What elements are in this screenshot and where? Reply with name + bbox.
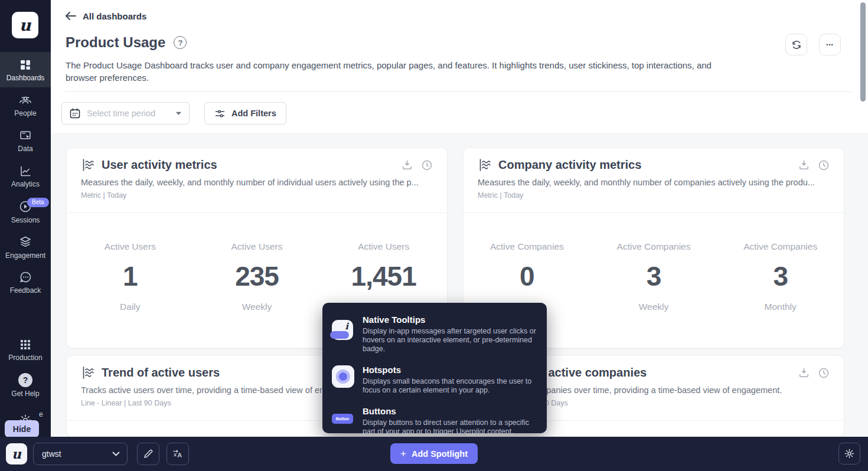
refresh-icon (791, 40, 802, 50)
metrics-row: Active Users 1 Daily Active Users 235 We… (67, 213, 447, 312)
beta-badge: Beta (27, 198, 49, 207)
sidebar-item-label: Dashboards (6, 74, 45, 81)
chevron-down-icon (112, 452, 120, 456)
metric-period: Weekly (639, 302, 669, 312)
metric-monthly-users: Active Users 1,451 Monthly (320, 241, 447, 312)
metric-period: Weekly (242, 302, 272, 312)
translate-icon: x A (172, 449, 184, 459)
add-filters-button[interactable]: Add Filters (204, 102, 286, 125)
back-to-all-dashboards[interactable]: All dashboards (65, 11, 146, 21)
spotlight-item-description: Display in-app messages after targeted u… (363, 327, 540, 354)
vertical-scrollbar[interactable] (860, 2, 866, 102)
more-options-button[interactable]: ••• (819, 34, 841, 55)
download-icon[interactable] (798, 159, 810, 171)
sidebar-item-analytics[interactable]: Analytics (0, 158, 51, 194)
refresh-button[interactable] (785, 34, 807, 55)
back-label: All dashboards (83, 11, 146, 21)
metric-value: 3 (773, 260, 788, 292)
sidebar-item-label: Feedback (10, 287, 41, 294)
metrics-row: Active Companies 0 Daily Active Companie… (464, 213, 844, 312)
time-period-select[interactable]: Select time period (61, 102, 190, 125)
metric-value: 235 (235, 260, 279, 292)
sidebar-item-label: Engagement (5, 252, 45, 259)
sidebar-item-people[interactable]: People (0, 87, 51, 123)
builder-settings-button[interactable] (838, 443, 860, 465)
page-title-row: Product Usage ? (66, 34, 187, 51)
ellipsis-icon: ••• (826, 42, 833, 48)
feedback-icon (19, 270, 32, 284)
environment-select[interactable]: gtwst (33, 443, 128, 465)
spotlight-item-title: Hotspots (363, 362, 540, 375)
engagement-icon (18, 235, 32, 249)
page-description: The Product Usage Dashboard tracks user … (66, 59, 736, 84)
calendar-icon (69, 107, 81, 119)
sidebar-item-sessions[interactable]: Beta Sessions (0, 194, 51, 229)
metric-chart-icon (81, 365, 96, 380)
sidebar-item-label: Production (8, 354, 42, 361)
metric-period: Monthly (765, 302, 797, 312)
sidebar-item-engagement[interactable]: Engagement (0, 229, 51, 264)
sidebar-item-dashboards[interactable]: Dashboards (0, 52, 51, 87)
userpilot-logo[interactable]: u (12, 12, 38, 38)
plus-icon: + (400, 448, 406, 460)
card-description: Measures the daily, weekly, and monthly … (81, 178, 433, 187)
metric-value: 1,451 (351, 260, 416, 292)
sidebar-item-feedback[interactable]: Feedback (0, 264, 51, 300)
metric-label: Active Companies (490, 241, 564, 252)
card-meta: Metric | Today (478, 191, 830, 199)
translate-button[interactable]: x A (167, 443, 189, 465)
hotspot-icon (332, 365, 354, 388)
button-icon: Button (332, 414, 353, 424)
chevron-down-icon (175, 112, 182, 116)
card-title: Company activity metrics (498, 158, 792, 172)
card-description: Measures the daily, weekly, and monthly … (478, 178, 830, 187)
spotlight-item-hotspots[interactable]: Hotspots Displays small beacons that enc… (322, 358, 547, 399)
metric-label: Active Companies (743, 241, 817, 252)
spotlight-menu: i Native Tooltips Display in-app message… (322, 303, 547, 433)
sidebar-item-data[interactable]: Data (0, 123, 51, 158)
edit-button[interactable] (137, 443, 159, 465)
back-arrow-icon (65, 11, 77, 21)
production-icon (19, 338, 32, 351)
metric-weekly-companies: Active Companies 3 Weekly (590, 241, 717, 312)
sidebar-item-production[interactable]: Production (0, 332, 51, 367)
spotlight-item-description: Display buttons to direct user attention… (363, 418, 540, 436)
header-divider (65, 91, 851, 92)
page-title: Product Usage (66, 34, 165, 51)
hide-tooltip[interactable]: Hide (5, 420, 39, 437)
sidebar-nav: Dashboards People Data Analytics Beta (0, 52, 51, 300)
metric-label: Active Users (105, 241, 156, 252)
card-header: Company activity metrics Measures the da… (464, 148, 844, 213)
add-spotlight-button[interactable]: + Add Spotlight (390, 443, 478, 464)
add-filters-label: Add Filters (231, 109, 276, 118)
download-icon[interactable] (402, 159, 413, 171)
clock-icon[interactable] (818, 159, 830, 171)
userpilot-logo-small[interactable]: u (6, 443, 27, 465)
sidebar-item-label: Data (18, 145, 32, 152)
metric-value: 3 (647, 260, 661, 292)
sidebar-item-get-help[interactable]: ? Get Help (0, 367, 51, 403)
people-icon (18, 94, 32, 107)
card-header: User activity metrics Measures the daily… (67, 148, 447, 213)
metric-label: Active Users (358, 241, 409, 252)
spotlight-item-native-tooltips[interactable]: i Native Tooltips Display in-app message… (322, 308, 547, 358)
metric-daily-users: Active Users 1 Daily (67, 241, 194, 312)
svg-text:x: x (174, 452, 177, 457)
analytics-icon (19, 165, 32, 178)
metric-monthly-companies: Active Companies 3 Monthly (717, 241, 844, 312)
clock-icon[interactable] (421, 159, 433, 171)
help-circle-icon[interactable]: ? (174, 36, 187, 49)
pencil-icon (143, 449, 154, 459)
spotlight-item-title: Buttons (363, 403, 540, 416)
download-icon[interactable] (798, 367, 810, 379)
gear-icon (844, 448, 855, 459)
sidebar-item-label: Sessions (11, 217, 40, 224)
add-spotlight-label: Add Spotlight (412, 449, 468, 459)
card-meta: Metric | Today (81, 191, 433, 199)
metric-value: 0 (520, 260, 534, 292)
spotlight-item-buttons[interactable]: Button Buttons Display buttons to direct… (322, 399, 547, 440)
sidebar-item-label: e (39, 411, 43, 418)
data-icon (19, 129, 32, 142)
clock-icon[interactable] (818, 367, 830, 379)
metric-chart-icon (478, 158, 492, 172)
